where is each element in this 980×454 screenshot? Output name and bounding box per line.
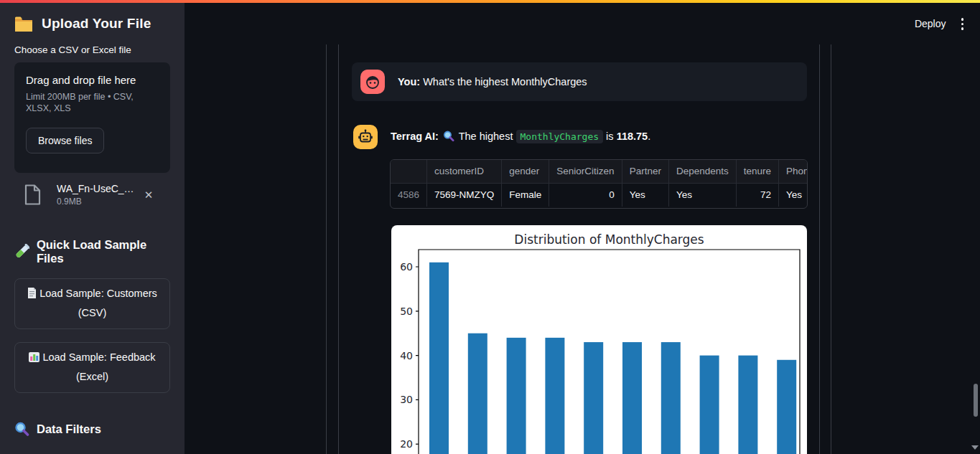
kebab-menu-icon[interactable] [959,16,966,32]
folder-icon [14,16,33,32]
sidebar-title-row: Upload Your File [14,16,170,32]
y-tick-label: 30 [400,394,413,405]
ai-avatar [353,125,378,149]
magnifier-icon [443,131,454,144]
test-tube-icon [14,244,29,260]
deploy-button[interactable]: Deploy [915,18,946,29]
ai-message-suffix: . [648,131,650,142]
column-header: gender [502,160,549,183]
bar [661,342,681,454]
sidebar-title: Upload Your File [42,16,151,32]
samples-title: Quick Load Sample Files [37,238,170,265]
result-dataframe[interactable]: customerIDgenderSeniorCitizenPartnerDepe… [390,159,808,209]
monthlycharges-bar-chart: Distribution of MonthlyCharges6050403020 [391,225,807,454]
bar [777,360,796,454]
chart-title: Distribution of MonthlyCharges [514,232,704,247]
ai-message-text: Terrag AI: The highest MonthlyCharges is… [391,131,650,144]
chat-container-inner-left-border [338,44,339,454]
bar [738,356,757,454]
column-header: Partner [622,160,668,183]
y-tick-label: 20 [400,438,413,450]
robot-icon [358,129,373,145]
chat-container-outer-left-border [326,44,327,454]
bar-chart-icon [29,350,39,368]
column-header: PhoneServ [779,160,808,183]
table-cell: Yes [668,183,736,207]
bar [429,263,449,454]
user-message-text: You: What's the highest MonthlyCharges [398,76,587,88]
filters-title-row: Data Filters [14,422,170,437]
person-face-icon [365,74,381,90]
uploaded-file-info: WA_Fn-UseC_… 0.9MB [57,183,134,207]
bar [584,342,603,454]
document-icon [24,184,41,205]
samples-title-row: Quick Load Sample Files [14,238,170,265]
column-header: tenure [736,160,778,183]
dropzone-limit: Limit 200MB per file • CSV, XLSX, XLS [26,91,134,115]
chart-card: Distribution of MonthlyCharges6050403020 [391,225,807,454]
main-header: Deploy [915,16,966,32]
column-header: customerID [427,160,502,183]
sidebar: Upload Your File Choose a CSV or Excel f… [0,0,185,454]
load-sample-feedback-label: Load Sample: Feedback (Excel) [42,351,155,382]
top-gradient-decoration [0,0,980,3]
dropzone-title: Drag and drop file here [26,74,159,86]
bar [700,356,719,454]
browse-files-button[interactable]: Browse files [26,128,104,153]
column-header: SeniorCitizen [549,160,622,183]
ai-message-sender: Terrag AI: [391,131,439,142]
table-row: 45867569-NMZYQFemale0YesYes72Yes [391,183,808,207]
table-cell: Female [502,183,549,207]
user-message-sender: You: [398,76,420,88]
uploaded-file-name: WA_Fn-UseC_… [57,183,134,194]
uploader-label: Choose a CSV or Excel file [14,44,170,55]
bar [507,338,526,454]
ai-message-prefix: The highest [459,131,513,142]
column-header: Dependents [668,160,736,183]
ai-message-middle: is [606,131,613,142]
ai-message-code: MonthlyCharges [516,130,604,143]
table-cell: 0 [549,183,622,207]
chat-container-inner-right-border [819,44,820,454]
table-cell: Yes [779,183,808,207]
user-avatar [360,70,385,94]
page-scrollbar-thumb[interactable] [974,384,978,417]
magnifier-icon [14,422,29,437]
user-message-body: What's the highest MonthlyCharges [423,76,587,88]
file-dropzone[interactable]: Drag and drop file here Limit 200MB per … [14,62,170,173]
table-cell: 4586 [391,183,427,207]
bar [545,338,564,454]
bar [468,334,487,454]
scroll-down-arrow-icon[interactable] [971,445,979,450]
dataframe-table: customerIDgenderSeniorCitizenPartnerDepe… [391,160,808,207]
page-icon [27,286,37,304]
uploaded-file-item: WA_Fn-UseC_… 0.9MB ✕ [14,183,170,207]
user-chat-message: You: What's the highest MonthlyCharges [352,62,807,101]
chat-container-outer-right-border [831,44,831,454]
ai-chat-message: Terrag AI: The highest MonthlyCharges is… [353,125,808,149]
column-header [391,160,427,183]
table-cell: Yes [622,183,668,207]
uploaded-file-size: 0.9MB [57,197,134,207]
load-sample-customers-label: Load Sample: Customers (CSV) [39,288,157,318]
y-tick-label: 50 [400,306,413,317]
ai-message-value: 118.75 [617,131,648,142]
load-sample-customers-button[interactable]: Load Sample: Customers (CSV) [14,278,170,329]
table-cell: 72 [736,183,778,207]
y-tick-label: 40 [400,350,413,361]
close-icon[interactable]: ✕ [144,189,154,202]
table-cell: 7569-NMZYQ [427,183,502,207]
load-sample-feedback-button[interactable]: Load Sample: Feedback (Excel) [14,342,170,393]
bar [622,342,642,454]
y-tick-label: 60 [400,261,413,273]
filters-title: Data Filters [37,422,101,436]
